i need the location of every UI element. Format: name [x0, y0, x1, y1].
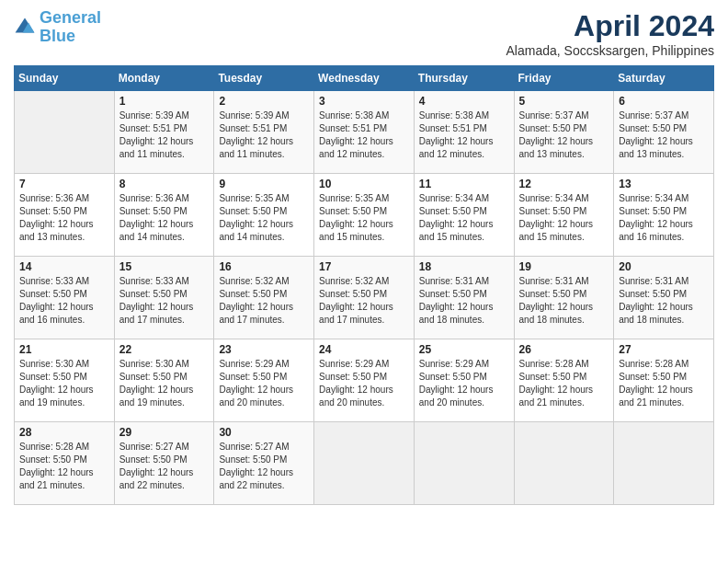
day-info: Sunrise: 5:31 AMSunset: 5:50 PMDaylight:… [619, 275, 709, 327]
day-cell: 29Sunrise: 5:27 AMSunset: 5:50 PMDayligh… [114, 422, 214, 505]
day-number: 24 [319, 343, 409, 356]
day-info: Sunrise: 5:39 AMSunset: 5:51 PMDaylight:… [219, 109, 309, 161]
weekday-header-monday: Monday [114, 66, 214, 91]
day-number: 21 [19, 343, 109, 356]
day-info: Sunrise: 5:32 AMSunset: 5:50 PMDaylight:… [219, 275, 309, 327]
day-cell: 27Sunrise: 5:28 AMSunset: 5:50 PMDayligh… [614, 339, 714, 422]
day-cell: 15Sunrise: 5:33 AMSunset: 5:50 PMDayligh… [114, 257, 214, 339]
weekday-header-tuesday: Tuesday [214, 66, 314, 91]
day-number: 5 [519, 95, 609, 108]
day-info: Sunrise: 5:28 AMSunset: 5:50 PMDaylight:… [19, 441, 109, 492]
day-cell: 28Sunrise: 5:28 AMSunset: 5:50 PMDayligh… [15, 422, 115, 505]
day-info: Sunrise: 5:29 AMSunset: 5:50 PMDaylight:… [319, 358, 409, 409]
weekday-header-sunday: Sunday [15, 66, 115, 91]
day-info: Sunrise: 5:31 AMSunset: 5:50 PMDaylight:… [419, 275, 509, 327]
day-cell: 4Sunrise: 5:38 AMSunset: 5:51 PMDaylight… [414, 91, 514, 174]
day-number: 28 [19, 426, 109, 439]
day-cell: 22Sunrise: 5:30 AMSunset: 5:50 PMDayligh… [114, 339, 214, 422]
day-cell: 2Sunrise: 5:39 AMSunset: 5:51 PMDaylight… [214, 91, 314, 174]
weekday-header-row: SundayMondayTuesdayWednesdayThursdayFrid… [15, 66, 714, 91]
day-number: 19 [519, 260, 609, 273]
day-cell [414, 422, 514, 505]
day-cell: 24Sunrise: 5:29 AMSunset: 5:50 PMDayligh… [314, 339, 415, 422]
day-cell: 16Sunrise: 5:32 AMSunset: 5:50 PMDayligh… [214, 257, 314, 339]
day-number: 27 [619, 343, 709, 356]
day-cell [314, 422, 415, 505]
day-number: 25 [419, 343, 509, 356]
weekday-header-saturday: Saturday [614, 66, 714, 91]
day-info: Sunrise: 5:27 AMSunset: 5:50 PMDaylight:… [219, 441, 309, 492]
day-number: 17 [319, 260, 409, 273]
location-title: Alamada, Soccsksargen, Philippines [506, 43, 714, 58]
day-number: 1 [119, 95, 210, 108]
day-number: 3 [319, 95, 409, 108]
day-cell: 26Sunrise: 5:28 AMSunset: 5:50 PMDayligh… [514, 339, 614, 422]
day-cell: 10Sunrise: 5:35 AMSunset: 5:50 PMDayligh… [314, 174, 415, 257]
day-cell: 21Sunrise: 5:30 AMSunset: 5:50 PMDayligh… [15, 339, 115, 422]
weekday-header-friday: Friday [514, 66, 614, 91]
day-number: 20 [619, 260, 709, 273]
day-number: 12 [519, 178, 609, 190]
week-row-5: 28Sunrise: 5:28 AMSunset: 5:50 PMDayligh… [15, 422, 714, 505]
day-info: Sunrise: 5:38 AMSunset: 5:51 PMDaylight:… [419, 109, 509, 161]
logo: General Blue [14, 9, 101, 46]
day-number: 16 [219, 260, 309, 273]
day-info: Sunrise: 5:39 AMSunset: 5:51 PMDaylight:… [119, 109, 210, 161]
week-row-1: 1Sunrise: 5:39 AMSunset: 5:51 PMDaylight… [15, 91, 714, 174]
day-info: Sunrise: 5:28 AMSunset: 5:50 PMDaylight:… [519, 358, 609, 409]
weekday-header-wednesday: Wednesday [314, 66, 415, 91]
day-info: Sunrise: 5:31 AMSunset: 5:50 PMDaylight:… [519, 275, 609, 327]
day-cell: 17Sunrise: 5:32 AMSunset: 5:50 PMDayligh… [314, 257, 415, 339]
day-number: 23 [219, 343, 309, 356]
day-cell: 19Sunrise: 5:31 AMSunset: 5:50 PMDayligh… [514, 257, 614, 339]
day-info: Sunrise: 5:37 AMSunset: 5:50 PMDaylight:… [619, 109, 709, 161]
day-info: Sunrise: 5:38 AMSunset: 5:51 PMDaylight:… [319, 109, 409, 161]
logo-icon [14, 17, 36, 39]
day-cell: 18Sunrise: 5:31 AMSunset: 5:50 PMDayligh… [414, 257, 514, 339]
day-number: 13 [619, 178, 709, 190]
day-info: Sunrise: 5:30 AMSunset: 5:50 PMDaylight:… [19, 358, 109, 409]
header: General Blue April 2024 Alamada, Soccsks… [14, 9, 714, 58]
week-row-3: 14Sunrise: 5:33 AMSunset: 5:50 PMDayligh… [15, 257, 714, 339]
day-info: Sunrise: 5:35 AMSunset: 5:50 PMDaylight:… [319, 192, 409, 244]
day-info: Sunrise: 5:33 AMSunset: 5:50 PMDaylight:… [19, 275, 109, 327]
day-cell: 3Sunrise: 5:38 AMSunset: 5:51 PMDaylight… [314, 91, 415, 174]
day-cell: 9Sunrise: 5:35 AMSunset: 5:50 PMDaylight… [214, 174, 314, 257]
day-info: Sunrise: 5:34 AMSunset: 5:50 PMDaylight:… [419, 192, 509, 244]
day-info: Sunrise: 5:27 AMSunset: 5:50 PMDaylight:… [119, 441, 210, 492]
day-cell: 23Sunrise: 5:29 AMSunset: 5:50 PMDayligh… [214, 339, 314, 422]
day-number: 10 [319, 178, 409, 190]
day-number: 18 [419, 260, 509, 273]
day-cell [614, 422, 714, 505]
day-number: 2 [219, 95, 309, 108]
day-info: Sunrise: 5:29 AMSunset: 5:50 PMDaylight:… [419, 358, 509, 409]
day-info: Sunrise: 5:30 AMSunset: 5:50 PMDaylight:… [119, 358, 210, 409]
day-cell: 5Sunrise: 5:37 AMSunset: 5:50 PMDaylight… [514, 91, 614, 174]
day-number: 15 [119, 260, 210, 273]
day-cell: 13Sunrise: 5:34 AMSunset: 5:50 PMDayligh… [614, 174, 714, 257]
day-number: 30 [219, 426, 309, 439]
day-info: Sunrise: 5:32 AMSunset: 5:50 PMDaylight:… [319, 275, 409, 327]
day-cell: 30Sunrise: 5:27 AMSunset: 5:50 PMDayligh… [214, 422, 314, 505]
day-cell: 8Sunrise: 5:36 AMSunset: 5:50 PMDaylight… [114, 174, 214, 257]
day-number: 4 [419, 95, 509, 108]
day-cell: 1Sunrise: 5:39 AMSunset: 5:51 PMDaylight… [114, 91, 214, 174]
day-cell: 6Sunrise: 5:37 AMSunset: 5:50 PMDaylight… [614, 91, 714, 174]
day-info: Sunrise: 5:29 AMSunset: 5:50 PMDaylight:… [219, 358, 309, 409]
day-info: Sunrise: 5:36 AMSunset: 5:50 PMDaylight:… [119, 192, 210, 244]
day-number: 22 [119, 343, 210, 356]
day-cell: 11Sunrise: 5:34 AMSunset: 5:50 PMDayligh… [414, 174, 514, 257]
logo-text: General Blue [40, 9, 101, 46]
day-info: Sunrise: 5:36 AMSunset: 5:50 PMDaylight:… [19, 192, 109, 244]
day-number: 8 [119, 178, 210, 190]
day-info: Sunrise: 5:35 AMSunset: 5:50 PMDaylight:… [219, 192, 309, 244]
weekday-header-thursday: Thursday [414, 66, 514, 91]
day-cell: 20Sunrise: 5:31 AMSunset: 5:50 PMDayligh… [614, 257, 714, 339]
day-number: 6 [619, 95, 709, 108]
day-number: 9 [219, 178, 309, 190]
day-cell: 12Sunrise: 5:34 AMSunset: 5:50 PMDayligh… [514, 174, 614, 257]
week-row-4: 21Sunrise: 5:30 AMSunset: 5:50 PMDayligh… [15, 339, 714, 422]
day-cell [514, 422, 614, 505]
day-info: Sunrise: 5:28 AMSunset: 5:50 PMDaylight:… [619, 358, 709, 409]
day-number: 7 [19, 178, 109, 190]
